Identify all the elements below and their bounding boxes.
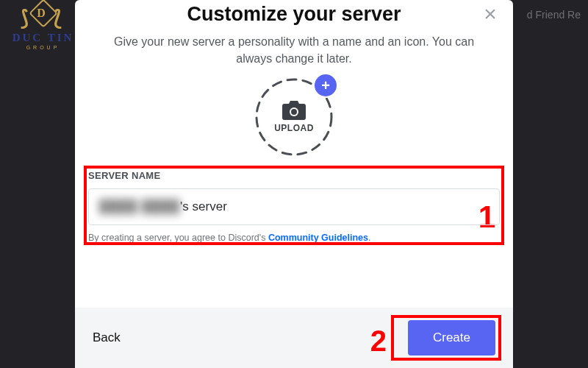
- back-button[interactable]: Back: [93, 330, 121, 345]
- logo-sub-text: GROUP: [4, 45, 82, 50]
- agreement-prefix: By creating a server, you agree to Disco…: [88, 233, 268, 243]
- server-name-suffix: 's server: [180, 199, 227, 214]
- annotation-number-2: 2: [370, 325, 387, 358]
- server-name-input[interactable]: ████ ████'s server: [88, 188, 500, 225]
- watermark-logo: ⟆D⟅ DUC TIN GROUP: [4, 4, 82, 50]
- agreement-suffix: .: [368, 233, 370, 243]
- server-name-label: SERVER NAME: [88, 170, 500, 181]
- customize-server-modal: × Customize your server Give your new se…: [75, 0, 513, 368]
- close-icon[interactable]: ×: [478, 3, 503, 28]
- modal-title: Customize your server: [75, 3, 513, 26]
- community-guidelines-link[interactable]: Community Guidelines: [268, 233, 368, 243]
- modal-subtitle: Give your new server a personality with …: [75, 26, 513, 67]
- agreement-text: By creating a server, you agree to Disco…: [88, 233, 500, 243]
- logo-wings-icon: ⟆D⟅: [4, 4, 82, 29]
- logo-monogram: D: [37, 7, 50, 19]
- background-partial-text: d Friend Re: [527, 9, 581, 21]
- app-background: ⟆D⟅ DUC TIN GROUP d Friend Re × Customiz…: [0, 0, 588, 368]
- logo-brand-text: DUC TIN: [4, 32, 82, 44]
- server-name-redacted: ████ ████: [99, 199, 180, 214]
- modal-footer: Back Create 2: [75, 308, 513, 368]
- create-button[interactable]: Create: [408, 320, 495, 355]
- upload-server-icon[interactable]: UPLOAD +: [254, 77, 334, 157]
